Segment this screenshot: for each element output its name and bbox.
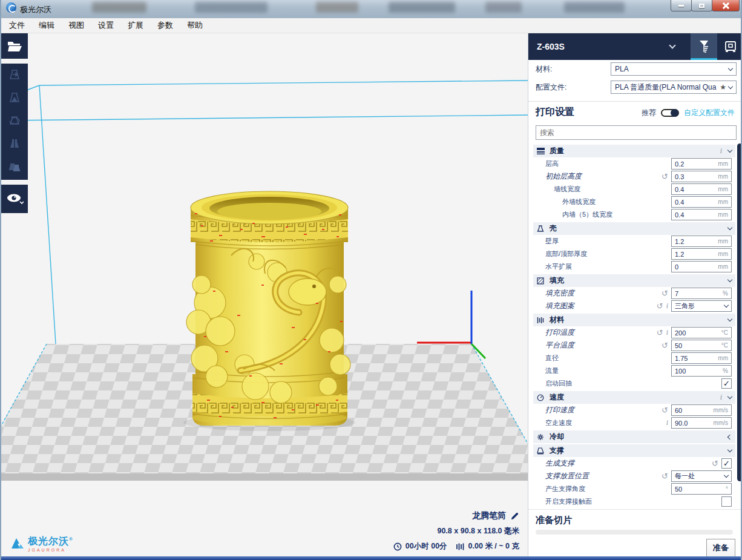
speed-icon	[537, 394, 545, 401]
view-mode-button[interactable]	[1, 185, 28, 213]
menu-bar: 文件 编辑 视图 设置 扩展 参数 帮助	[1, 18, 742, 33]
slice-progress-bar	[536, 530, 733, 535]
open-folder-icon	[7, 39, 22, 53]
app-icon	[6, 2, 16, 13]
setting-row: 壁厚 1.2mm	[528, 235, 738, 248]
tab-prepare-slice[interactable]	[691, 33, 717, 60]
menu-extensions[interactable]: 扩展	[122, 18, 149, 33]
profile-dropdown[interactable]: PLA 普通质量(PLA Normal Qua ★	[611, 81, 737, 94]
printer-dropdown-chevron-icon[interactable]	[669, 42, 675, 48]
menu-help[interactable]: 帮助	[181, 18, 209, 33]
value-input[interactable]: 50°C	[671, 340, 732, 351]
reset-icon[interactable]: ↺	[657, 328, 663, 337]
reset-icon[interactable]: ↺	[662, 289, 668, 298]
reset-icon[interactable]: ↺	[712, 459, 718, 468]
value-input[interactable]: 1.2mm	[671, 236, 732, 247]
edit-pencil-icon[interactable]	[510, 512, 519, 521]
section-header-cooling[interactable]: 冷却	[533, 430, 735, 443]
reset-icon[interactable]: ↺	[662, 406, 668, 415]
chevron-down-icon	[728, 84, 733, 88]
scale-model-button[interactable]	[1, 87, 28, 110]
viewport-3d[interactable]	[1, 33, 528, 560]
scrollbar-thumb[interactable]	[737, 143, 742, 481]
value-input[interactable]: 7%	[671, 288, 732, 299]
profile-label: 配置文件:	[536, 82, 611, 93]
info-icon[interactable]: i	[720, 147, 722, 156]
menu-parameters[interactable]: 参数	[151, 18, 179, 33]
section-header-speed[interactable]: 速度 i	[533, 391, 735, 404]
recommended-toggle[interactable]	[661, 109, 679, 117]
support-interface-checkbox[interactable]	[721, 496, 732, 507]
info-icon[interactable]: i	[666, 418, 668, 427]
setting-row: 层高 0.2mm	[528, 157, 738, 170]
value-input[interactable]: 200°C	[671, 327, 732, 338]
material-dropdown[interactable]: PLA	[611, 62, 737, 76]
value-dropdown[interactable]: 每一处	[671, 470, 732, 482]
window-bottom-border	[1, 556, 742, 560]
scale-model-icon	[7, 91, 22, 105]
printer-name: Z-603S	[537, 42, 565, 51]
value-input[interactable]: 0.4mm	[671, 209, 732, 220]
value-dropdown[interactable]: 三角形	[671, 300, 732, 312]
menu-settings[interactable]: 设置	[92, 18, 120, 33]
chevron-down-icon	[727, 225, 732, 230]
mirror-model-button[interactable]	[1, 133, 28, 156]
settings-list: 质量 i 层高 0.2mm 初始层高度 ↺ 0.3mm 墙线宽度 0.4mm 外…	[528, 143, 738, 509]
reset-icon[interactable]: ↺	[662, 341, 668, 350]
info-icon[interactable]: i	[666, 328, 668, 337]
retraction-checkbox[interactable]	[721, 378, 732, 389]
rotate-model-button[interactable]	[1, 110, 28, 133]
value-input[interactable]: 1.2mm	[671, 248, 732, 260]
material-label: 材料:	[536, 64, 611, 74]
move-model-button[interactable]	[1, 64, 28, 87]
section-header-shell[interactable]: 壳	[533, 222, 735, 235]
value-input[interactable]: 90.0mm/s	[671, 417, 732, 429]
value-input[interactable]: 0mm	[671, 261, 732, 272]
application-window: 龙腾笔筒 90.8 x 90.8 x 118.0 毫米 00小时 00分 0.0…	[0, 0, 742, 560]
brand-logo: 极光尔沃® JGAURORA	[10, 535, 73, 552]
move-model-icon	[7, 68, 22, 82]
setting-row: 空走速度 i 90.0mm/s	[528, 417, 738, 429]
maximize-button[interactable]	[691, 0, 712, 12]
custom-profile-link[interactable]: 自定义配置文件	[684, 108, 735, 118]
title-bar[interactable]: 极光尔沃	[1, 0, 742, 18]
layers-icon	[537, 148, 545, 155]
reset-icon[interactable]: ↺	[662, 172, 668, 181]
generate-support-checkbox[interactable]	[721, 458, 732, 469]
print-time: 00小时 00分	[405, 541, 447, 552]
value-input[interactable]: 0.2mm	[671, 158, 732, 170]
section-header-support[interactable]: 支撑	[533, 444, 735, 457]
setting-row: 生成支撑 ↺	[528, 457, 738, 470]
open-file-button[interactable]	[1, 33, 28, 59]
menu-edit[interactable]: 编辑	[33, 18, 61, 33]
info-icon[interactable]: i	[666, 301, 668, 311]
minimize-button[interactable]	[671, 0, 692, 12]
value-input[interactable]: 60mm/s	[671, 404, 732, 416]
value-input[interactable]: 0.4mm	[671, 183, 732, 195]
reset-icon[interactable]: ↺	[657, 301, 663, 311]
slice-title: 准备切片	[536, 515, 572, 526]
menu-view[interactable]: 视图	[62, 18, 90, 33]
reset-icon[interactable]: ↺	[662, 472, 668, 481]
chevron-down-icon	[724, 473, 729, 478]
value-input[interactable]: 100%	[671, 365, 732, 377]
section-header-quality[interactable]: 质量 i	[533, 145, 735, 157]
tab-monitor[interactable]	[717, 33, 742, 60]
menu-file[interactable]: 文件	[3, 18, 31, 33]
brand-sub-name: JGAURORA	[28, 548, 73, 552]
divider	[528, 101, 742, 102]
search-input[interactable]	[536, 125, 737, 140]
value-input[interactable]: 1.75mm	[671, 352, 732, 364]
value-input[interactable]: 0.3mm	[671, 171, 732, 182]
value-input[interactable]: 50°	[671, 483, 732, 495]
chevron-down-icon	[724, 303, 729, 308]
info-icon[interactable]: i	[720, 393, 722, 402]
close-button[interactable]	[712, 0, 740, 12]
section-header-infill[interactable]: 填充	[533, 274, 735, 287]
value-input[interactable]: 0.4mm	[671, 196, 732, 208]
setting-row: 底部/顶部厚度 1.2mm	[528, 248, 738, 260]
model-dimensions: 90.8 x 90.8 x 118.0 毫米	[393, 526, 519, 536]
prepare-button[interactable]: 准备	[706, 539, 735, 557]
per-model-settings-button[interactable]	[1, 156, 28, 179]
section-header-material[interactable]: 材料	[533, 314, 735, 326]
